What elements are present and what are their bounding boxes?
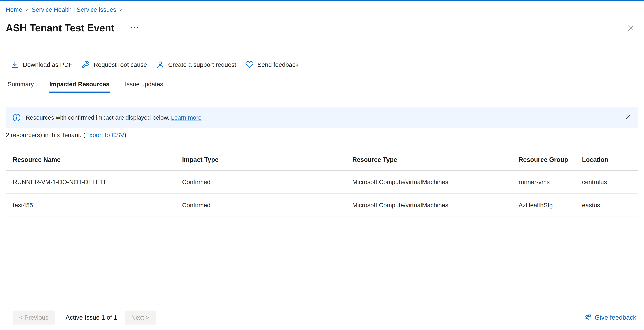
close-icon	[625, 114, 631, 121]
page-title: ASH Tenant Test Event	[6, 22, 114, 34]
tab-impacted-resources[interactable]: Impacted Resources	[49, 78, 110, 93]
cell-location: centralus	[575, 178, 638, 185]
issue-counter: Active Issue 1 of 1	[66, 314, 117, 321]
cell-impact-type: Confirmed	[175, 202, 345, 209]
send-feedback-button[interactable]: Send feedback	[245, 59, 298, 70]
heart-icon	[245, 60, 254, 69]
tab-summary[interactable]: Summary	[7, 78, 34, 93]
toolbar-label: Send feedback	[258, 61, 298, 68]
info-banner-text: Resources with confirmed impact are disp…	[26, 114, 202, 121]
breadcrumb-separator-icon: >	[120, 7, 122, 13]
column-header-resource-group: Resource Group	[512, 156, 575, 164]
next-issue-button[interactable]: Next >	[125, 311, 156, 325]
column-header-location: Location	[575, 156, 638, 164]
person-icon	[156, 60, 164, 69]
tab-bar: Summary Impacted Resources Issue updates	[7, 78, 638, 93]
export-csv-link[interactable]: Export to CSV	[85, 132, 124, 138]
request-root-cause-button[interactable]: Request root cause	[82, 59, 147, 70]
cell-resource-type: Microsoft.Compute/virtualMachines	[345, 202, 512, 209]
title-row: ASH Tenant Test Event ···	[6, 22, 638, 34]
close-button[interactable]	[626, 23, 636, 33]
download-pdf-button[interactable]: Download as PDF	[11, 59, 72, 70]
table-header-row: Resource Name Impact Type Resource Type …	[6, 149, 638, 170]
column-header-resource-name: Resource Name	[6, 156, 175, 164]
info-banner: Resources with confirmed impact are disp…	[6, 107, 638, 128]
issue-pager-footer: < Previous Active Issue 1 of 1 Next > Gi…	[0, 305, 644, 330]
cell-resource-name: test455	[6, 202, 175, 209]
breadcrumb-service-health[interactable]: Service Health | Service issues	[32, 6, 116, 13]
table-row: RUNNER-VM-1-DO-NOT-DELETE Confirmed Micr…	[6, 170, 638, 194]
azure-service-issue-page: { "colors": { "accent_link": "#0b6cce", …	[0, 0, 644, 330]
create-support-request-button[interactable]: Create a support request	[156, 59, 236, 70]
wrench-icon	[82, 60, 90, 69]
main-content: Home > Service Health | Service issues >…	[0, 1, 644, 217]
more-options-button[interactable]: ···	[128, 23, 141, 31]
resource-count-prefix: 2 resource(s) in this Tenant. (	[6, 132, 85, 138]
command-bar: Download as PDF Request root cause Creat…	[11, 59, 638, 70]
breadcrumb: Home > Service Health | Service issues >	[6, 1, 638, 13]
cell-resource-group: AzHealthStg	[512, 202, 575, 209]
resource-count-line: 2 resource(s) in this Tenant. (Export to…	[6, 132, 638, 139]
give-feedback-label: Give feedback	[595, 314, 636, 321]
tab-issue-updates[interactable]: Issue updates	[124, 78, 164, 93]
cell-impact-type: Confirmed	[175, 178, 345, 185]
previous-issue-button[interactable]: < Previous	[13, 311, 54, 325]
info-banner-message: Resources with confirmed impact are disp…	[26, 114, 169, 121]
cell-resource-group: runner-vms	[512, 178, 575, 185]
breadcrumb-home[interactable]: Home	[6, 6, 22, 13]
cell-resource-type: Microsoft.Compute/virtualMachines	[345, 178, 512, 185]
column-header-resource-type: Resource Type	[345, 156, 512, 164]
download-icon	[11, 60, 19, 69]
give-feedback-link[interactable]: Give feedback	[584, 314, 636, 322]
table-row: test455 Confirmed Microsoft.Compute/virt…	[6, 194, 638, 217]
resource-count-suffix: )	[124, 132, 126, 138]
close-icon	[627, 24, 634, 32]
column-header-impact-type: Impact Type	[175, 156, 345, 164]
cell-resource-name: RUNNER-VM-1-DO-NOT-DELETE	[6, 178, 175, 185]
impacted-resources-table: Resource Name Impact Type Resource Type …	[6, 149, 638, 217]
breadcrumb-separator-icon: >	[25, 7, 28, 13]
toolbar-label: Download as PDF	[23, 61, 72, 68]
banner-close-button[interactable]	[624, 113, 632, 122]
feedback-icon	[584, 314, 592, 322]
learn-more-link[interactable]: Learn more	[171, 114, 202, 121]
toolbar-label: Create a support request	[168, 61, 236, 68]
toolbar-label: Request root cause	[94, 61, 147, 68]
cell-location: eastus	[575, 202, 638, 209]
info-icon	[12, 113, 21, 122]
